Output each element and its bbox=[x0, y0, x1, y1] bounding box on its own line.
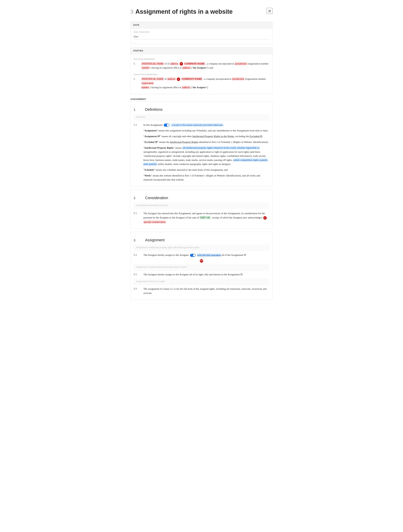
clause1-1-pre: In this Assignment bbox=[143, 124, 163, 126]
party2-inc: , a company incorporated in bbox=[203, 77, 232, 80]
clause3-1a-post: all of the Assignment IP. bbox=[221, 254, 246, 256]
party1-address2[interactable]: address bbox=[182, 66, 191, 69]
def3-underline: Intellectual Property Rights bbox=[170, 141, 198, 143]
clause1-1: 1.1 In this Assignment , except to the e… bbox=[134, 123, 269, 127]
page-header: 3 Assignment of rights in a website ▦ bbox=[130, 7, 273, 17]
assignment-label: ASSIGNMENT bbox=[130, 98, 273, 101]
def3-term: Excluded IP bbox=[145, 141, 157, 143]
or-separator: OR bbox=[134, 259, 269, 263]
def4-highlight1: all intellectual property rights whereve… bbox=[182, 146, 260, 149]
def4-term: Intellectual Property Rights bbox=[145, 146, 174, 149]
doc-title-wrap: 3 Assignment of rights in a website bbox=[130, 7, 233, 17]
doc-number: 3 bbox=[130, 9, 133, 14]
clause3-1a-pre: The Assignor hereby assigns to the Assig… bbox=[143, 254, 189, 256]
party1-reg-pre: (registration number bbox=[248, 62, 269, 65]
gbp-value[interactable]: GBP 1.00 bbox=[200, 216, 210, 219]
def1: "Assignment" means this assignment inclu… bbox=[134, 128, 269, 133]
party1-end: "); and bbox=[206, 66, 213, 69]
clause2-heading: 2. Consideration bbox=[134, 195, 269, 201]
party2-assignee-label: the Assignee bbox=[193, 86, 206, 89]
clause3-1b-content: The Assignor hereby assigns to the Assig… bbox=[143, 272, 269, 277]
date-section: DATE Date of execution Date bbox=[130, 22, 273, 44]
first-party-label: First Party identification bbox=[134, 56, 269, 62]
def1-text: " means this assignment including any Sc… bbox=[157, 129, 268, 132]
clause2-1-text2: , receipt of which the Assignor now ackn… bbox=[211, 216, 262, 219]
party1-individual-name[interactable]: INDIVIDUAL NAME bbox=[141, 62, 164, 65]
def5: "Schedule" means any schedule attached t… bbox=[134, 168, 269, 172]
clause1-1-except: , except to the extent expressly provide… bbox=[171, 123, 223, 127]
second-party-label: Second Party identification bbox=[134, 72, 269, 77]
clause2-or-badge: or bbox=[263, 216, 267, 219]
clause1-1-toggle[interactable] bbox=[164, 124, 170, 127]
clause3-1a-toggle[interactable] bbox=[190, 254, 196, 257]
def2-term: Assignment IP bbox=[145, 135, 160, 138]
party1-or-badge: or bbox=[179, 62, 184, 65]
party2-or-badge: or bbox=[176, 77, 181, 80]
opt1-label: Assignment of intellectual property righ… bbox=[136, 246, 267, 249]
def4: "Intellectual Property Rights" means all… bbox=[134, 146, 269, 166]
clause2-period: . bbox=[166, 221, 166, 223]
party1-number[interactable]: number bbox=[141, 66, 150, 69]
date-header: DATE bbox=[131, 22, 272, 29]
doc-title: Assignment of rights in a website bbox=[135, 7, 233, 17]
opt3-label: Assignment for full term of rights bbox=[136, 280, 267, 283]
grid-icon[interactable]: ▦ bbox=[266, 8, 273, 14]
second-party-num: 2. bbox=[134, 77, 138, 89]
clause3-2: 3.2 The assignment in Clause 3.1 is for … bbox=[134, 287, 269, 295]
opt3-block: Assignment for full term of rights bbox=[134, 279, 269, 285]
opt2-label: Assignment of owned intellectual propert… bbox=[136, 266, 267, 269]
clause3-2-content: The assignment in Clause 3.1 is for the … bbox=[143, 287, 269, 295]
opt1-block: Assignment of intellectual property righ… bbox=[134, 245, 269, 251]
clause3-section: 3. Assignment Assignment of intellectual… bbox=[130, 232, 273, 300]
definitions-label: Definitions bbox=[136, 115, 267, 119]
party2-address1[interactable]: address bbox=[167, 77, 176, 80]
clause3-2-num: 3.2 bbox=[134, 287, 140, 295]
def5-term: Schedule bbox=[145, 168, 154, 171]
def1-term: Assignment bbox=[145, 129, 157, 132]
consideration-block: Consideration benefiting First Party bbox=[134, 203, 269, 209]
party1-of: of bbox=[164, 62, 167, 65]
clause2-body: 2. Consideration Consideration benefitin… bbox=[131, 190, 272, 228]
parties-section: PARTIES First Party identification 1. IN… bbox=[130, 47, 273, 94]
party2-address2[interactable]: address bbox=[182, 86, 190, 89]
party1-company[interactable]: COMPANY NAME bbox=[184, 62, 205, 65]
date-value[interactable]: Date bbox=[134, 35, 269, 39]
clause3-1b-num: 3.1 bbox=[134, 272, 140, 277]
party2-end: "). bbox=[206, 86, 208, 89]
first-party-num: 1. bbox=[134, 62, 138, 70]
party2-of-text: of bbox=[164, 77, 167, 80]
first-party-content: INDIVIDUAL NAME of of address or COMPANY… bbox=[141, 62, 269, 70]
clause2-section: 2. Consideration Consideration benefitin… bbox=[130, 190, 273, 228]
clause3-1a-content: The Assignor hereby assigns to the Assig… bbox=[143, 253, 269, 257]
clause2-1-num: 2.1 bbox=[134, 211, 140, 224]
def2-underline: Intellectual Property Rights in the Work… bbox=[192, 135, 234, 138]
clause2-title: Consideration bbox=[145, 195, 168, 201]
party2-individual-name[interactable]: INDIVIDUAL NAME bbox=[141, 77, 164, 80]
parties-body: First Party identification 1. INDIVIDUAL… bbox=[131, 54, 272, 94]
clause1-section: 1. Definitions Definitions 1.1 In this A… bbox=[130, 101, 273, 186]
consideration-label: Consideration benefiting First Party bbox=[136, 204, 267, 207]
def2: "Assignment IP" means all copyright and … bbox=[134, 134, 269, 138]
party1-address1[interactable]: address bbox=[170, 62, 178, 65]
def6: "Works" means the website identified in … bbox=[134, 174, 269, 182]
specify-consideration[interactable]: specify consideration bbox=[143, 221, 166, 223]
date-body: Date of execution Date bbox=[131, 28, 272, 44]
party2-having: ) having its registered office at bbox=[150, 86, 182, 89]
clause2-1-content: The Assignor has entered into this Assig… bbox=[143, 211, 269, 224]
clause3-1b: 3.1 The Assignor hereby assigns to the A… bbox=[134, 272, 269, 277]
first-party-item: 1. INDIVIDUAL NAME of of address or COMP… bbox=[134, 62, 269, 70]
party2-company[interactable]: COMPANY NAME bbox=[181, 77, 202, 80]
clause1-1-colon: : bbox=[223, 124, 224, 126]
party2-jurisdiction[interactable]: jurisdiction bbox=[232, 77, 244, 80]
party1-having: ) having its registered office at bbox=[151, 66, 182, 69]
party2-assignee-pre: (" bbox=[191, 86, 193, 89]
clause1-num: 1. bbox=[134, 107, 140, 112]
clause3-num: 3. bbox=[134, 238, 140, 243]
definitions-block: Definitions bbox=[134, 114, 269, 121]
clause3-title: Assignment bbox=[145, 237, 164, 243]
def4-highlight2: unfair competition rights, patents, pett… bbox=[143, 158, 268, 166]
second-party-item: 2. INDIVIDUAL NAME of address or COMPANY… bbox=[134, 77, 269, 89]
party1-jurisdiction[interactable]: jurisdiction bbox=[235, 62, 247, 65]
def3: "Excluded IP" means the Intellectual Pro… bbox=[134, 140, 269, 144]
clause3-1a-num: 3.1 bbox=[134, 253, 140, 257]
